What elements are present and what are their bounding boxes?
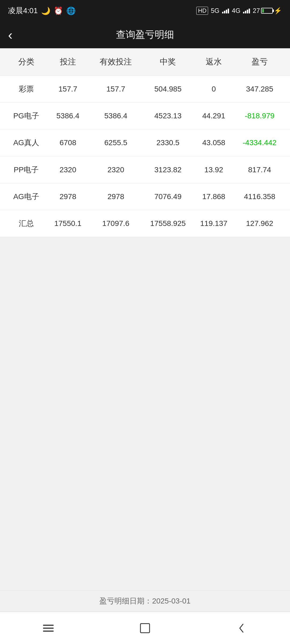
cell-category: AG电子: [5, 191, 47, 202]
table-row: AG电子 2978 2978 7076.49 17.868 4116.358: [0, 183, 290, 210]
menu-nav-button[interactable]: [42, 621, 55, 635]
back-button[interactable]: ‹: [8, 28, 13, 42]
cell-bet: 2320: [47, 164, 89, 175]
hd-badge: HD: [196, 7, 208, 15]
back-icon: ‹: [8, 27, 13, 42]
cell-bet: 6708: [47, 137, 89, 148]
alarm-icon: ⏰: [54, 6, 63, 15]
svg-rect-3: [140, 624, 150, 633]
col-category: 分类: [5, 56, 47, 67]
svg-rect-1: [43, 628, 54, 629]
table-row: PG电子 5386.4 5386.4 4523.13 44.291 -818.9…: [0, 103, 290, 129]
cell-rebate: 119.137: [193, 218, 235, 229]
cell-bet: 157.7: [47, 84, 89, 94]
col-effective-bet: 有效投注: [89, 56, 143, 67]
table-row: AG真人 6708 6255.5 2330.5 43.058 -4334.442: [0, 129, 290, 156]
cell-profit-loss: 817.74: [235, 164, 285, 175]
cell-category: 汇总: [5, 218, 47, 229]
cell-effective-bet: 17097.6: [89, 218, 143, 229]
cell-bet: 2978: [47, 191, 89, 202]
cell-bet: 5386.4: [47, 111, 89, 121]
moon-icon: 🌙: [41, 6, 50, 15]
empty-content-area: [0, 237, 290, 613]
cell-effective-bet: 5386.4: [89, 111, 143, 121]
date-value: 2025-03-01: [152, 597, 190, 605]
svg-rect-2: [43, 631, 54, 632]
cell-prize: 3123.82: [143, 164, 193, 175]
cell-rebate: 43.058: [193, 137, 235, 148]
svg-rect-0: [43, 625, 54, 626]
navigation-bar: [0, 612, 290, 644]
cell-effective-bet: 2320: [89, 164, 143, 175]
col-prize: 中奖: [143, 56, 193, 67]
page-title: 查询盈亏明细: [116, 28, 174, 41]
cell-profit-loss: 127.962: [235, 218, 285, 229]
cell-profit-loss: -4334.442: [235, 137, 285, 148]
time-display: 凌晨4:01: [8, 6, 38, 16]
cell-rebate: 0: [193, 84, 235, 94]
cell-category: PG电子: [5, 111, 47, 121]
footer-date-label: 盈亏明细日期：2025-03-01: [99, 596, 190, 606]
cell-prize: 17558.925: [143, 218, 193, 229]
cell-category: AG真人: [5, 137, 47, 148]
status-bar: 凌晨4:01 🌙 ⏰ 🌐 HD 5G 4G 27 ⚡: [0, 0, 290, 21]
cell-prize: 7076.49: [143, 191, 193, 202]
col-bet: 投注: [47, 56, 89, 67]
charge-icon: ⚡: [274, 7, 282, 14]
cell-bet: 17550.1: [47, 218, 89, 229]
signal-bars-1: [222, 8, 229, 13]
cell-rebate: 44.291: [193, 111, 235, 121]
table-header: 分类 投注 有效投注 中奖 返水 盈亏: [0, 48, 290, 76]
cell-profit-loss: 4116.358: [235, 191, 285, 202]
col-rebate: 返水: [193, 56, 235, 67]
cell-effective-bet: 2978: [89, 191, 143, 202]
profit-loss-table: 分类 投注 有效投注 中奖 返水 盈亏 彩票 157.7 157.7 504.9…: [0, 48, 290, 237]
5g-label: 5G: [211, 7, 219, 14]
cell-prize: 504.985: [143, 84, 193, 94]
table-row: 彩票 157.7 157.7 504.985 0 347.285: [0, 76, 290, 103]
battery-level: 27: [253, 7, 260, 14]
battery-fill: [262, 9, 264, 13]
4g-label: 4G: [232, 7, 240, 14]
cell-prize: 4523.13: [143, 111, 193, 121]
footer-date-bar: 盈亏明细日期：2025-03-01: [0, 590, 290, 612]
back-nav-button[interactable]: [235, 621, 248, 635]
cell-rebate: 13.92: [193, 164, 235, 175]
cell-category: PP电子: [5, 164, 47, 175]
cell-profit-loss: 347.285: [235, 84, 285, 94]
globe-icon: 🌐: [66, 6, 76, 15]
battery-box: [261, 8, 273, 14]
cell-category: 彩票: [5, 84, 47, 94]
cell-prize: 2330.5: [143, 137, 193, 148]
home-nav-button[interactable]: [138, 621, 152, 635]
cell-rebate: 17.868: [193, 191, 235, 202]
status-left: 凌晨4:01 🌙 ⏰ 🌐: [8, 6, 76, 16]
cell-effective-bet: 157.7: [89, 84, 143, 94]
table-row: PP电子 2320 2320 3123.82 13.92 817.74: [0, 156, 290, 183]
cell-profit-loss: -818.979: [235, 111, 285, 121]
status-right: HD 5G 4G 27 ⚡: [196, 7, 282, 15]
date-label-text: 盈亏明细日期：: [99, 597, 152, 605]
battery-indicator: 27 ⚡: [253, 7, 282, 14]
table-row: 汇总 17550.1 17097.6 17558.925 119.137 127…: [0, 210, 290, 237]
signal-bars-2: [243, 8, 250, 13]
cell-effective-bet: 6255.5: [89, 137, 143, 148]
col-profit-loss: 盈亏: [235, 56, 285, 67]
page-header: ‹ 查询盈亏明细: [0, 21, 290, 48]
